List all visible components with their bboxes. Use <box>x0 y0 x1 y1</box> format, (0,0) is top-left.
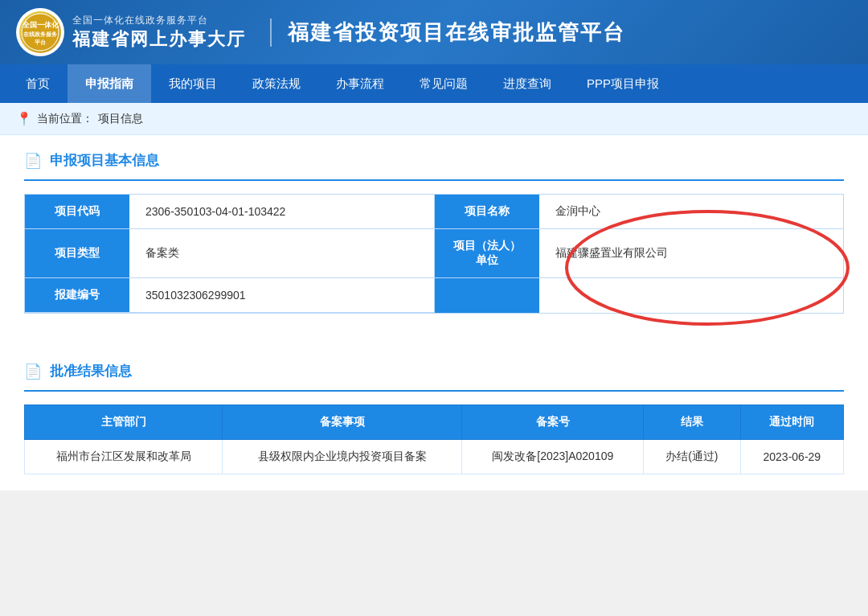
logo-circle: 全国一体化 在线政务服务 平台 <box>16 8 64 56</box>
cell-dept: 福州市台江区发展和改革局 <box>25 440 223 474</box>
nav-home[interactable]: 首页 <box>8 64 68 103</box>
svg-text:在线政务服务: 在线政务服务 <box>23 31 58 38</box>
value-empty <box>539 278 843 313</box>
main-nav: 首页 申报指南 我的项目 政策法规 办事流程 常见问题 进度查询 PPP项目申报 <box>0 64 868 103</box>
value-project-type: 备案类 <box>129 229 434 277</box>
nav-progress[interactable]: 进度查询 <box>485 64 569 103</box>
info-row-2-right: 项目（法人）单位 福建骤盛置业有限公司 <box>434 229 843 278</box>
cell-number: 闽发改备[2023]A020109 <box>462 440 644 474</box>
col-result: 结果 <box>644 405 741 440</box>
label-project-name: 项目名称 <box>435 195 539 228</box>
breadcrumb-prefix: 当前位置： <box>37 112 93 126</box>
cell-date: 2023-06-29 <box>740 440 843 474</box>
section2-icon: 📄 <box>24 363 42 380</box>
value-build-number: 3501032306299901 <box>129 278 434 312</box>
label-project-code: 项目代码 <box>25 195 129 228</box>
table-row: 福州市台江区发展和改革局 县级权限内企业境内投资项目备案 闽发改备[2023]A… <box>25 440 844 474</box>
info-row-3: 报建编号 3501032306299901 <box>25 278 434 313</box>
nav-ppp[interactable]: PPP项目申报 <box>569 64 677 103</box>
value-project-code: 2306-350103-04-01-103422 <box>129 195 434 228</box>
section1-icon: 📄 <box>24 152 42 170</box>
nav-guide[interactable]: 申报指南 <box>68 64 151 103</box>
svg-text:平台: 平台 <box>35 39 46 45</box>
label-empty <box>435 278 539 313</box>
logo-text-block: 全国一体化在线政务服务平台 福建省网上办事大厅 <box>72 14 246 51</box>
info-row-2: 项目类型 备案类 <box>25 229 434 278</box>
header: 全国一体化 在线政务服务 平台 全国一体化在线政务服务平台 福建省网上办事大厅 … <box>0 0 868 64</box>
location-icon: 📍 <box>16 111 32 126</box>
svg-text:全国一体化: 全国一体化 <box>23 21 59 29</box>
value-project-name: 金润中心 <box>539 195 843 228</box>
section2-title-bar: 📄 批准结果信息 <box>24 362 844 392</box>
info-row-3-right <box>434 278 843 313</box>
label-build-number: 报建编号 <box>25 278 129 312</box>
results-table: 主管部门 备案事项 备案号 结果 通过时间 福州市台江区发展和改革局 县级权限内… <box>24 405 844 474</box>
logo-emblem: 全国一体化 在线政务服务 平台 <box>19 11 61 53</box>
value-legal-unit: 福建骤盛置业有限公司 <box>539 229 843 277</box>
section2: 📄 批准结果信息 主管部门 备案事项 备案号 结果 通过时间 福州市台江区发展和… <box>0 346 868 491</box>
table-head: 主管部门 备案事项 备案号 结果 通过时间 <box>25 405 844 440</box>
label-legal-unit: 项目（法人）单位 <box>435 229 539 277</box>
label-project-type: 项目类型 <box>25 229 129 277</box>
nav-myproject[interactable]: 我的项目 <box>151 64 235 103</box>
col-dept: 主管部门 <box>25 405 223 440</box>
main-content: 📍 当前位置： 项目信息 📄 申报项目基本信息 项目代码 2306-350103… <box>0 103 868 491</box>
col-matter: 备案事项 <box>223 405 462 440</box>
nav-faq[interactable]: 常见问题 <box>402 64 485 103</box>
nav-process[interactable]: 办事流程 <box>318 64 402 103</box>
section1-title-bar: 📄 申报项目基本信息 <box>24 151 844 181</box>
section1-title-text: 申报项目基本信息 <box>50 151 159 170</box>
breadcrumb: 📍 当前位置： 项目信息 <box>0 103 868 135</box>
platform-label: 全国一体化在线政务服务平台 <box>72 14 246 27</box>
cell-matter: 县级权限内企业境内投资项目备案 <box>223 440 462 474</box>
table-header-row: 主管部门 备案事项 备案号 结果 通过时间 <box>25 405 844 440</box>
col-date: 通过时间 <box>740 405 843 440</box>
info-row-1-right: 项目名称 金润中心 <box>434 195 843 229</box>
section1: 📄 申报项目基本信息 项目代码 2306-350103-04-01-103422… <box>0 135 868 330</box>
project-info-grid: 项目代码 2306-350103-04-01-103422 项目名称 金润中心 … <box>24 194 844 314</box>
table-body: 福州市台江区发展和改革局 县级权限内企业境内投资项目备案 闽发改备[2023]A… <box>25 440 844 474</box>
cell-result: 办结(通过) <box>644 440 741 474</box>
nav-policy[interactable]: 政策法规 <box>235 64 318 103</box>
page-main-title: 福建省投资项目在线审批监管平台 <box>270 18 625 47</box>
info-row-1: 项目代码 2306-350103-04-01-103422 <box>25 195 434 229</box>
section2-title-text: 批准结果信息 <box>50 362 132 380</box>
breadcrumb-current: 项目信息 <box>98 112 143 126</box>
logo-area: 全国一体化 在线政务服务 平台 全国一体化在线政务服务平台 福建省网上办事大厅 <box>16 8 246 56</box>
org-name: 福建省网上办事大厅 <box>72 27 246 51</box>
col-number: 备案号 <box>462 405 644 440</box>
